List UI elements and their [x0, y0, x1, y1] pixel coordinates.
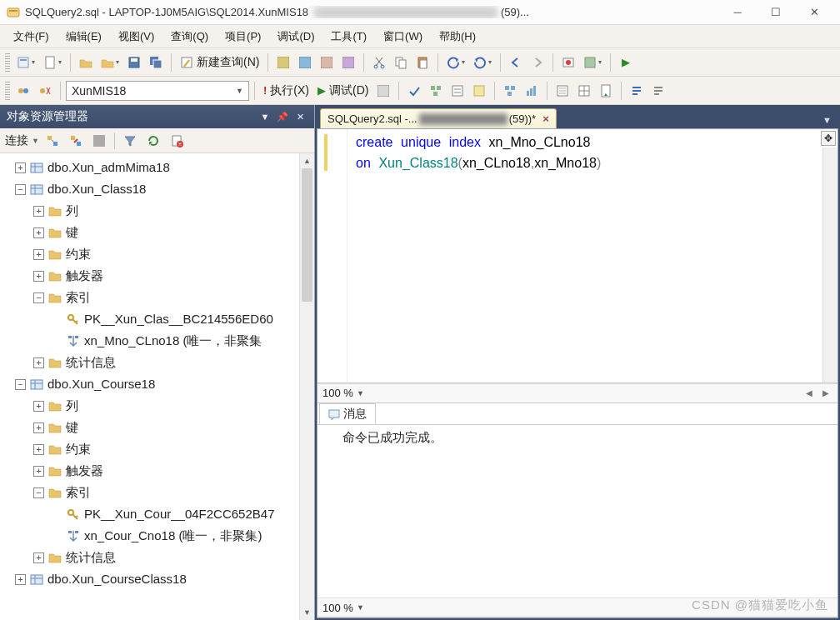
database-combo[interactable]: XunMIS18 ▼ [66, 81, 249, 101]
uncomment-button[interactable] [648, 81, 668, 101]
disconnect-button[interactable] [35, 81, 55, 101]
tree-node[interactable]: +约束 [0, 438, 314, 460]
close-button[interactable]: ✕ [795, 1, 833, 24]
expand-icon[interactable]: − [15, 379, 26, 390]
refresh-icon[interactable] [143, 131, 163, 151]
tree-node[interactable]: +统计信息 [0, 352, 314, 373]
open-button[interactable] [76, 52, 96, 72]
disconnect-icon[interactable] [66, 131, 86, 151]
expand-icon[interactable]: + [33, 422, 44, 433]
estimated-plan-button[interactable] [426, 81, 446, 101]
minimize-button[interactable]: ─ [718, 1, 757, 24]
scroll-thumb[interactable] [302, 168, 312, 302]
panel-pin-icon[interactable]: 📌 [275, 109, 290, 124]
tree-node[interactable]: +键 [0, 222, 314, 243]
tree-node[interactable]: +dbo.Xun_CourseClass18 [0, 568, 314, 590]
open-recent-button[interactable] [98, 52, 122, 72]
md-button[interactable] [295, 52, 315, 72]
expand-icon[interactable]: + [33, 466, 44, 477]
tree-node[interactable]: −dbo.Xun_Course18 [0, 373, 314, 395]
tree-node[interactable]: −索引 [0, 287, 314, 308]
expand-icon[interactable]: + [33, 358, 44, 368]
messages-tab[interactable]: 消息 [319, 403, 376, 424]
copy-button[interactable] [391, 52, 411, 72]
intellisense-button[interactable] [469, 81, 489, 101]
tree-node[interactable]: PK__Xun_Cour__04F2CC652B47 [0, 503, 314, 525]
dm-button[interactable] [317, 52, 337, 72]
paste-button[interactable] [412, 52, 432, 72]
scroll-right-icon[interactable]: ▶ [819, 388, 832, 398]
undo-button[interactable] [443, 52, 468, 72]
expand-icon[interactable]: + [33, 206, 44, 217]
expand-icon[interactable]: − [33, 292, 44, 303]
tree-node[interactable]: xn_Mno_CLno18 (唯一，非聚集 [0, 330, 314, 352]
split-icon[interactable]: ✥ [821, 131, 836, 146]
scroll-down-icon[interactable]: ▼ [300, 605, 314, 620]
tab-close-icon[interactable]: × [542, 112, 549, 125]
redo-button[interactable] [470, 52, 495, 72]
expand-icon[interactable]: − [33, 488, 44, 498]
menu-edit[interactable]: 编辑(E) [58, 26, 110, 48]
document-tab[interactable]: SQLQuery2.sql -... (59))* × [320, 108, 557, 128]
new-file-button[interactable] [40, 52, 65, 72]
tree-node[interactable]: +列 [0, 200, 314, 222]
tree-node[interactable]: +触发器 [0, 265, 314, 287]
query-options-button[interactable] [448, 81, 468, 101]
tree-node[interactable]: +统计信息 [0, 547, 314, 568]
filter-icon[interactable] [120, 131, 140, 151]
scroll-left-icon[interactable]: ◀ [802, 388, 816, 398]
menu-window[interactable]: 窗口(W) [375, 26, 431, 48]
parse-button[interactable] [404, 81, 424, 101]
menu-debug[interactable]: 调试(D) [269, 26, 322, 48]
expand-icon[interactable]: + [33, 228, 44, 238]
nav-fwd-button[interactable] [528, 52, 548, 72]
script-icon[interactable] [167, 131, 187, 151]
toolbar-grip[interactable] [5, 82, 10, 100]
results-grid-button[interactable] [574, 81, 594, 101]
expand-icon[interactable]: + [33, 249, 44, 260]
menu-file[interactable]: 文件(F) [5, 26, 58, 48]
object-tree[interactable]: +dbo.Xun_admMima18−dbo.Xun_Class18+列+键+约… [0, 153, 314, 620]
save-all-button[interactable] [146, 52, 166, 72]
menu-tools[interactable]: 工具(T) [322, 26, 375, 48]
tree-node[interactable]: −索引 [0, 482, 314, 503]
code-editor[interactable]: create unique index xn_Mno_CLno18 on Xun… [318, 129, 838, 383]
tree-node[interactable]: +触发器 [0, 460, 314, 482]
toolbar-grip[interactable] [5, 53, 10, 72]
expand-icon[interactable]: + [33, 552, 44, 563]
expand-icon[interactable]: + [15, 162, 26, 173]
panel-dropdown-icon[interactable]: ▼ [258, 109, 272, 124]
tree-node[interactable]: +约束 [0, 243, 314, 265]
connect-icon[interactable] [42, 131, 62, 151]
include-plan-button[interactable] [500, 81, 520, 101]
zoom-dropdown-icon[interactable]: ▼ [357, 389, 364, 398]
comment-button[interactable] [627, 81, 647, 101]
start-button[interactable]: ▶ [616, 52, 636, 72]
cancel-exec-button[interactable] [373, 81, 393, 101]
tree-node[interactable]: +键 [0, 417, 314, 438]
save-button[interactable] [124, 52, 144, 72]
tree-scrollbar[interactable]: ▲ ▼ [299, 153, 314, 620]
de-button[interactable] [273, 52, 293, 72]
tree-node[interactable]: −dbo.Xun_Class18 [0, 178, 314, 200]
scroll-up-icon[interactable]: ▲ [300, 153, 314, 168]
results-file-button[interactable] [596, 81, 616, 101]
zoom-dropdown-icon[interactable]: ▼ [357, 603, 364, 612]
cut-button[interactable] [369, 52, 389, 72]
execute-button[interactable]: ! 执行(X) [260, 81, 312, 101]
tree-node[interactable]: PK__Xun_Clas__BC214556ED60 [0, 308, 314, 330]
activity-button[interactable] [558, 52, 578, 72]
zoom-value-bottom[interactable]: 100 % [322, 602, 353, 614]
stop-icon[interactable] [89, 131, 109, 151]
tab-overflow-icon[interactable]: ▼ [819, 112, 835, 128]
tree-node[interactable]: +列 [0, 395, 314, 417]
xe-button[interactable] [338, 52, 358, 72]
new-project-button[interactable] [13, 52, 38, 72]
include-stats-button[interactable] [522, 81, 542, 101]
menu-help[interactable]: 帮助(H) [431, 26, 484, 48]
expand-icon[interactable]: + [15, 574, 26, 585]
expand-icon[interactable]: + [33, 401, 44, 412]
editor-scrollbar[interactable] [822, 148, 838, 382]
expand-icon[interactable]: − [15, 184, 26, 195]
tree-node[interactable]: +dbo.Xun_admMima18 [0, 157, 314, 178]
